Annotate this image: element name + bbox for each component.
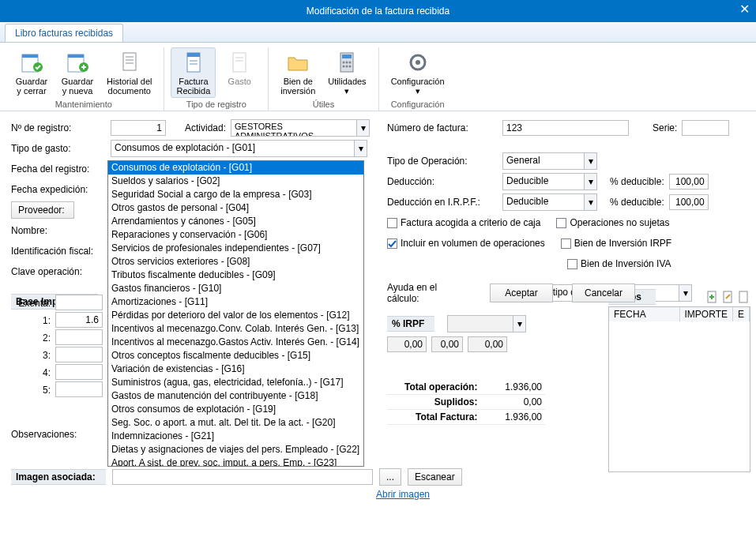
dropdown-option[interactable]: Seguridad Social a cargo de la empresa -… (108, 188, 363, 201)
abrir-imagen-link[interactable]: Abrir imagen (376, 489, 430, 500)
exenta-input[interactable] (55, 295, 103, 310)
svg-rect-1 (22, 54, 38, 58)
guardar-cerrar-label: Guardar y cerrar (16, 77, 47, 96)
delete-page-icon[interactable] (738, 291, 750, 303)
actividad-combo[interactable]: GESTORES ADMINISTRATIVOS ▾ (231, 119, 370, 137)
pagos-grid[interactable]: FECHA IMPORTE E (608, 306, 750, 472)
tab-libro-facturas[interactable]: Libro facturas recibidas (5, 24, 123, 42)
dropdown-option[interactable]: Tributos fiscalmente deducibles - [G09] (108, 268, 363, 282)
dropdown-option[interactable]: Gastos de manutención del contribuyente … (108, 389, 363, 403)
tipoop-combo[interactable]: General▾ (502, 152, 597, 170)
dropdown-option[interactable]: Aport. A sist. de prev. soc. imput. a pe… (108, 456, 363, 467)
ribbon-group-utiles: Bien de inversión Utilidades ▾ Útiles (269, 47, 378, 111)
total-factura-label: Total Factura: (390, 411, 477, 422)
deduccion-label: Deducción: (387, 176, 498, 187)
dropdown-option[interactable]: Sueldos y salarios - [G02] (108, 175, 363, 188)
dropdown-option[interactable]: Gastos financieros - [G10] (108, 282, 363, 295)
irpf-v2[interactable] (431, 336, 463, 352)
chk-bien-iva[interactable]: Bien de Inversión IVA (567, 258, 671, 269)
tipoop-value: General (503, 153, 584, 169)
escanear-button[interactable]: Escanear (408, 468, 462, 486)
proveedor-button[interactable]: Proveedor: (11, 201, 74, 219)
deduccion-value: Deducible (503, 174, 584, 190)
dropdown-option[interactable]: Consumos de explotación - [G01] (108, 161, 363, 175)
close-icon[interactable]: ✕ (739, 2, 750, 17)
svg-point-24 (349, 66, 352, 68)
gasto-button[interactable]: Gasto (217, 47, 261, 98)
chk-bien-irpf[interactable]: Bien de Inversión IRPF (561, 238, 671, 249)
col-importe[interactable]: IMPORTE (679, 307, 732, 321)
base2-input[interactable] (55, 329, 103, 345)
dedirpf-value: Deducible (503, 194, 584, 210)
chk-nosujetas[interactable]: Operaciones no sujetas (556, 217, 669, 228)
cancelar-button[interactable]: Cancelar (572, 284, 635, 302)
dropdown-option[interactable]: Servicios de profesionales independiente… (108, 242, 363, 255)
base4-input[interactable] (55, 364, 103, 380)
chk-caja[interactable]: Factura acogida a criterio de caja (387, 217, 540, 228)
deduccion-combo[interactable]: Deducible▾ (502, 173, 597, 190)
pctded2-input[interactable] (669, 194, 709, 210)
dedirpf-label: Deducción en I.R.P.F.: (387, 197, 498, 208)
chk-bien-irpf-label: Bien de Inversión IRPF (574, 238, 671, 249)
dropdown-option[interactable]: Arrendamientos y cánones - [G05] (108, 215, 363, 228)
col-fecha[interactable]: FECHA (609, 307, 679, 321)
guardar-nueva-button[interactable]: Guardar y nueva (55, 47, 100, 98)
total-factura-value: 1.936,00 (483, 411, 542, 422)
nregistro-input[interactable] (111, 120, 166, 136)
base1-input[interactable] (55, 312, 103, 328)
irpf-v1[interactable] (387, 336, 427, 352)
pctded-input[interactable] (669, 174, 709, 190)
dropdown-option[interactable]: Indemnizaciones - [G21] (108, 430, 363, 443)
dropdown-option[interactable]: Otros servicios exteriores - [G08] (108, 255, 363, 268)
pagos-panel: Pagos FECHA IMPORTE E (608, 289, 750, 472)
dropdown-option[interactable]: Suministros (agua, gas, electricidad, te… (108, 376, 363, 389)
dropdown-option[interactable]: Otros conceptos fiscalmente deducibles -… (108, 349, 363, 362)
guardar-cerrar-button[interactable]: Guardar y cerrar (9, 47, 54, 98)
dropdown-option[interactable]: Incentivos al mecenazgo.Gastos Activ. In… (108, 336, 363, 349)
dropdown-option[interactable]: Amortizaciones - [G11] (108, 295, 363, 309)
dropdown-option[interactable]: Dietas y asignaciones de viajes del pers… (108, 443, 363, 456)
row2-label: 2: (11, 329, 51, 347)
dropdown-option[interactable]: Seg. Soc. o aport. a mut. alt. Del tit. … (108, 416, 363, 430)
chk-bien-iva-label: Bien de Inversión IVA (581, 258, 671, 269)
serie-input[interactable] (682, 120, 729, 136)
chevron-down-icon: ▾ (584, 194, 596, 210)
irpf-combo[interactable]: ▾ (447, 315, 526, 332)
row5-label: 5: (11, 381, 51, 399)
dropdown-option[interactable]: Reparaciones y conservación - [G06] (108, 228, 363, 242)
svg-rect-11 (187, 53, 200, 57)
svg-point-20 (346, 62, 348, 64)
imagen-path-input[interactable] (112, 469, 373, 485)
irpf-v3[interactable] (468, 336, 507, 352)
dropdown-option[interactable]: Pérdidas por deterioro del valor de los … (108, 309, 363, 322)
fechaexp-label: Fecha expedición: (11, 184, 106, 195)
total-operacion-row: Total operación:1.936,00 (387, 380, 545, 395)
base3-input[interactable] (55, 347, 103, 362)
chevron-down-icon: ▾ (356, 120, 369, 136)
numfact-input[interactable] (502, 120, 629, 136)
configuracion-button[interactable]: Configuración ▾ (386, 47, 450, 98)
edit-page-icon[interactable] (722, 291, 735, 303)
suplidos-row: Suplidos:0,00 (387, 395, 545, 410)
utilidades-button[interactable]: Utilidades ▾ (322, 47, 371, 98)
col-e[interactable]: E (732, 307, 749, 321)
aceptar-button[interactable]: Aceptar (490, 284, 553, 302)
nombre-label: Nombre: (11, 225, 106, 236)
dropdown-option[interactable]: Variación de existencias - [G16] (108, 362, 363, 376)
dropdown-option[interactable]: Incentivos al mecenazgo.Conv. Colab. Int… (108, 322, 363, 336)
dedirpf-combo[interactable]: Deducible▾ (502, 193, 597, 211)
dropdown-option[interactable]: Otros consumos de explotación - [G19] (108, 403, 363, 416)
svg-rect-18 (342, 54, 352, 58)
add-page-icon[interactable] (706, 291, 719, 303)
chevron-down-icon: ▾ (584, 174, 596, 190)
browse-button[interactable]: ... (379, 468, 401, 486)
dropdown-option[interactable]: Otros gastos de personal - [G04] (108, 201, 363, 215)
chk-incluir[interactable]: Incluir en volumen de operaciones (387, 238, 545, 249)
base5-input[interactable] (55, 381, 103, 397)
historial-button[interactable]: Historial del documento (101, 47, 157, 98)
row1-label: 1: (11, 312, 51, 329)
bien-inversion-button[interactable]: Bien de inversión (275, 47, 321, 98)
tipogasto-combo[interactable]: Consumos de explotación - [G01] ▾ (111, 140, 367, 157)
factura-recibida-button[interactable]: Factura Recibida (171, 47, 216, 98)
tipogasto-dropdown-list[interactable]: Consumos de explotación - [G01]Sueldos y… (107, 160, 364, 467)
